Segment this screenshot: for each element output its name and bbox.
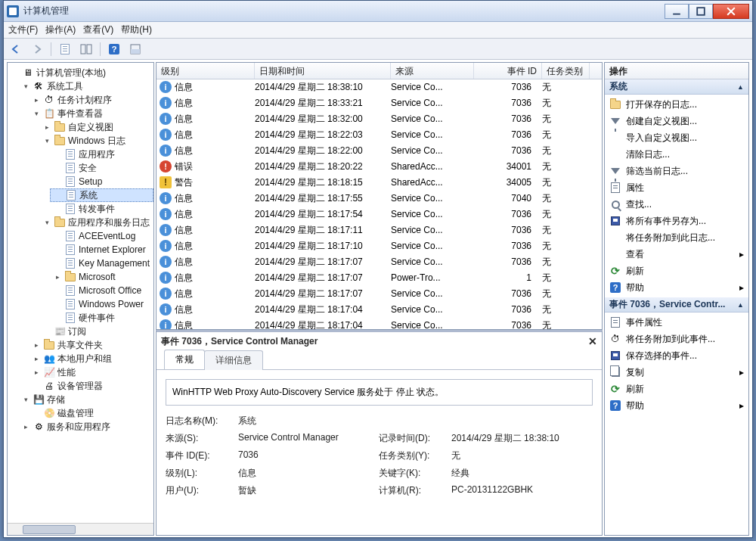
action-filter-log[interactable]: 筛选当前日志... <box>605 163 748 179</box>
event-row[interactable]: !错误2014/4/29 星期二 18:20:22SharedAcc...340… <box>156 159 602 175</box>
action-import-view[interactable]: 导入自定义视图... <box>605 129 748 146</box>
action-refresh-2[interactable]: ⟳刷新 <box>605 381 748 397</box>
maximize-button[interactable] <box>689 4 713 19</box>
svg-rect-1 <box>697 8 705 15</box>
event-list[interactable]: i信息2014/4/29 星期二 18:38:10Service Co...70… <box>156 79 602 329</box>
menu-file[interactable]: 文件(F) <box>8 23 38 36</box>
menu-action[interactable]: 操作(A) <box>45 23 76 36</box>
detail-close-icon[interactable]: ✕ <box>588 335 597 347</box>
show-hide-tree-button[interactable] <box>56 41 74 58</box>
col-level[interactable]: 级别 <box>156 63 255 79</box>
tree-selected-system[interactable]: 系统 <box>50 188 153 202</box>
tools-icon: 🛠 <box>33 80 45 92</box>
action-create-view[interactable]: 创建自定义视图... <box>605 113 748 129</box>
event-row[interactable]: i信息2014/4/29 星期二 18:17:54Service Co...70… <box>156 207 602 222</box>
action-copy-submenu[interactable]: 复制▸ <box>605 364 748 381</box>
info-icon: i <box>160 113 172 125</box>
chevron-right-icon: ▸ <box>739 367 744 378</box>
action-clear-log[interactable]: 清除日志... <box>605 146 748 163</box>
action-view-submenu[interactable]: 查看▸ <box>605 246 748 263</box>
tab-general[interactable]: 常规 <box>164 350 205 369</box>
event-row[interactable]: i信息2014/4/29 星期二 18:32:00Service Co...70… <box>156 111 602 127</box>
event-row[interactable]: i信息2014/4/29 星期二 18:17:11Service Co...70… <box>156 222 602 238</box>
event-row[interactable]: i信息2014/4/29 星期二 18:17:07Service Co...70… <box>156 286 602 302</box>
info-icon: i <box>160 256 172 268</box>
save-icon <box>611 351 620 360</box>
event-row[interactable]: i信息2014/4/29 星期二 18:17:07Power-Tro...1无 <box>156 270 602 286</box>
tab-details[interactable]: 详细信息 <box>204 350 263 370</box>
window-title: 计算机管理 <box>23 5 665 17</box>
folder-icon <box>610 101 621 109</box>
panes-icon <box>80 43 92 55</box>
log-icon <box>66 176 75 187</box>
users-icon: 👥 <box>43 353 55 365</box>
event-row[interactable]: i信息2014/4/29 星期二 18:38:10Service Co...70… <box>156 79 602 95</box>
save-icon <box>611 216 620 225</box>
actions-header: 操作 <box>605 63 748 79</box>
event-row[interactable]: i信息2014/4/29 星期二 18:17:04Service Co...70… <box>156 302 602 318</box>
action-help-submenu[interactable]: ?帮助▸ <box>605 279 748 296</box>
action-attach-task-log[interactable]: 将任务附加到此日志... <box>605 229 748 246</box>
log-icon <box>66 231 75 241</box>
event-row[interactable]: i信息2014/4/29 星期二 18:22:00Service Co...70… <box>156 143 602 159</box>
titlebar[interactable]: 计算机管理 <box>4 1 752 22</box>
find-icon <box>612 201 620 209</box>
event-list-header[interactable]: 级别 日期和时间 来源 事件 ID 任务类别 <box>156 63 602 79</box>
event-row[interactable]: i信息2014/4/29 星期二 18:33:21Service Co...70… <box>156 95 602 111</box>
preview-button[interactable] <box>126 41 144 58</box>
services-icon: ⚙ <box>33 421 45 433</box>
folder-icon <box>44 341 54 350</box>
action-properties[interactable]: 属性 <box>605 179 748 196</box>
navigation-tree[interactable]: 🖥计算机管理(本地) ▾🛠系统工具 ▸⏱任务计划程序 ▾📋事件查看器 ▸自定义视… <box>8 63 153 523</box>
col-eventid[interactable]: 事件 ID <box>474 63 542 79</box>
event-row[interactable]: i信息2014/4/29 星期二 18:17:55Service Co...70… <box>156 191 602 207</box>
collapse-icon[interactable]: ▲ <box>737 83 744 91</box>
menu-view[interactable]: 查看(V) <box>83 23 113 36</box>
refresh-icon: ⟳ <box>609 265 621 277</box>
info-icon: i <box>160 97 172 109</box>
action-save-selected[interactable]: 保存选择的事件... <box>605 347 748 364</box>
tree-hscrollbar[interactable] <box>8 523 153 535</box>
event-row[interactable]: !警告2014/4/29 星期二 18:18:15SharedAcc...340… <box>156 175 602 191</box>
properties-icon <box>611 182 620 193</box>
menu-help[interactable]: 帮助(H) <box>121 23 152 36</box>
action-refresh[interactable]: ⟳刷新 <box>605 263 748 279</box>
action-help-submenu-2[interactable]: ?帮助▸ <box>605 397 748 414</box>
log-icon <box>66 312 75 323</box>
menubar: 文件(F) 操作(A) 查看(V) 帮助(H) <box>4 22 752 39</box>
properties-icon <box>611 317 620 328</box>
action-attach-task-event[interactable]: ⏱将任务附加到此事件... <box>605 331 748 347</box>
folder-icon <box>54 219 65 227</box>
filter-icon <box>611 118 620 124</box>
show-hide-actions-button[interactable] <box>77 41 95 58</box>
collapse-icon[interactable]: ▲ <box>737 301 744 309</box>
col-taskcat[interactable]: 任务类别 <box>542 63 590 79</box>
help-icon: ? <box>610 282 621 293</box>
event-row[interactable]: i信息2014/4/29 星期二 18:17:07Service Co...70… <box>156 254 602 270</box>
main-window: 计算机管理 文件(F) 操作(A) 查看(V) 帮助(H) ? 🖥计算机管理(本… <box>3 0 753 538</box>
forward-button[interactable] <box>28 41 46 58</box>
chevron-right-icon: ▸ <box>739 400 744 411</box>
action-open-saved[interactable]: 打开保存的日志... <box>605 96 748 113</box>
col-datetime[interactable]: 日期和时间 <box>255 63 391 79</box>
action-save-all[interactable]: 将所有事件另存为... <box>605 213 748 229</box>
event-row[interactable]: i信息2014/4/29 星期二 18:22:03Service Co...70… <box>156 127 602 143</box>
minimize-button[interactable] <box>665 4 689 19</box>
log-icon <box>66 299 75 309</box>
svg-rect-7 <box>131 49 140 54</box>
help-icon: ? <box>610 400 621 411</box>
col-source[interactable]: 来源 <box>391 63 474 79</box>
doc-icon <box>60 44 70 54</box>
action-find[interactable]: 查找... <box>605 196 748 213</box>
log-icon <box>66 163 75 173</box>
close-button[interactable] <box>713 4 749 19</box>
event-message: WinHTTP Web Proxy Auto-Discovery Service… <box>166 379 593 406</box>
info-icon: i <box>160 303 172 316</box>
back-button[interactable] <box>7 41 25 58</box>
info-icon: i <box>160 81 172 93</box>
event-row[interactable]: i信息2014/4/29 星期二 18:17:04Service Co...70… <box>156 318 602 329</box>
devmgr-icon: 🖨 <box>43 380 55 392</box>
help-button[interactable]: ? <box>105 41 123 58</box>
action-event-properties[interactable]: 事件属性 <box>605 314 748 331</box>
event-row[interactable]: i信息2014/4/29 星期二 18:17:10Service Co...70… <box>156 238 602 254</box>
